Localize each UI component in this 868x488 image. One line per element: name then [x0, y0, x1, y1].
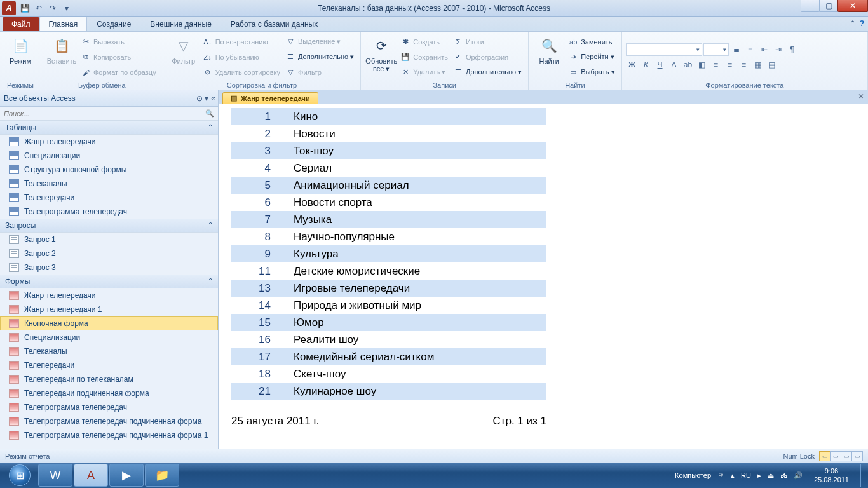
- numbering-button[interactable]: ≡: [744, 43, 757, 56]
- save-icon[interactable]: 💾: [19, 3, 31, 14]
- align-left-button[interactable]: ≡: [710, 58, 722, 71]
- nav-item[interactable]: Телепередачи: [0, 358, 218, 372]
- totals-button[interactable]: ΣИтоги: [451, 35, 524, 49]
- tray-safely-remove-icon[interactable]: ⏏: [768, 471, 774, 480]
- report-row[interactable]: 2Новости: [231, 125, 546, 142]
- align-center-button[interactable]: ≡: [724, 58, 736, 71]
- nav-collapse-icon[interactable]: «: [211, 94, 215, 103]
- nav-item[interactable]: Телепрограмма телепередач подчиненная фо…: [0, 428, 218, 442]
- report-row[interactable]: 15Юмор: [231, 314, 546, 331]
- start-button[interactable]: [3, 463, 37, 488]
- maximize-button[interactable]: ▢: [819, 0, 838, 12]
- nav-cat-tables[interactable]: Таблицы⌃: [0, 121, 218, 135]
- document-tab[interactable]: ▤ Жанр телепередачи: [222, 92, 318, 104]
- task-explorer[interactable]: 📁: [145, 464, 179, 487]
- nav-item[interactable]: Специализации: [0, 149, 218, 163]
- print-preview-button[interactable]: ▭: [830, 451, 841, 461]
- report-row[interactable]: 6Новости спорта: [231, 194, 546, 211]
- show-desktop-button[interactable]: [860, 464, 865, 487]
- report-row[interactable]: 1Кино: [231, 108, 546, 125]
- tray-lang[interactable]: RU: [741, 471, 751, 479]
- nav-item[interactable]: Специализации: [0, 330, 218, 344]
- italic-button[interactable]: К: [640, 58, 653, 71]
- font-size-select[interactable]: [703, 43, 729, 56]
- report-row[interactable]: 14Природа и животный мир: [231, 297, 546, 314]
- nav-item[interactable]: Телепрограмма телепередач: [0, 400, 218, 414]
- gridlines-button[interactable]: ▦: [752, 58, 764, 71]
- nav-item[interactable]: Телепрограмма телепередач: [0, 205, 218, 219]
- nav-item[interactable]: Запрос 3: [0, 261, 218, 274]
- design-view-button[interactable]: ▭: [851, 451, 863, 461]
- help-icon[interactable]: ?: [860, 19, 864, 28]
- underline-button[interactable]: Ч: [654, 58, 667, 71]
- selection-button[interactable]: ▽Выделение ▾: [283, 35, 356, 49]
- toggle-filter-button[interactable]: ▽Фильтр: [283, 65, 356, 79]
- format-painter-button[interactable]: 🖌Формат по образцу: [78, 65, 159, 79]
- spelling-button[interactable]: ✔Орфография: [451, 50, 524, 64]
- nav-dropdown-icon[interactable]: ⊙ ▾: [196, 94, 208, 103]
- search-input[interactable]: [4, 110, 205, 118]
- font-family-select[interactable]: [626, 43, 702, 56]
- tray-flag-icon[interactable]: 🏳: [717, 471, 724, 479]
- tray-up-icon[interactable]: ▴: [731, 471, 735, 480]
- report-row[interactable]: 7Музыка: [231, 211, 546, 228]
- sort-asc-button[interactable]: A↓По возрастанию: [200, 35, 283, 49]
- save-record-button[interactable]: 💾Сохранить: [398, 50, 451, 64]
- nav-item[interactable]: Структура кнопочной формы: [0, 163, 218, 177]
- advanced-filter-button[interactable]: ☰Дополнительно ▾: [283, 50, 356, 64]
- task-media[interactable]: ▶: [109, 464, 144, 487]
- bullets-button[interactable]: ≣: [730, 43, 743, 56]
- goto-button[interactable]: ➔Перейти ▾: [566, 50, 617, 64]
- task-access[interactable]: A: [74, 464, 108, 487]
- nav-item[interactable]: Запрос 2: [0, 247, 218, 261]
- more-records-button[interactable]: ☰Дополнительно ▾: [451, 65, 524, 79]
- indent-dec-button[interactable]: ⇤: [758, 43, 771, 56]
- document-close-icon[interactable]: ✕: [858, 92, 864, 101]
- font-color-button[interactable]: A: [668, 58, 681, 71]
- nav-item[interactable]: Жанр телепередачи: [0, 135, 218, 149]
- layout-view-button[interactable]: ▭: [841, 451, 852, 461]
- replace-button[interactable]: abЗаменить: [566, 35, 617, 49]
- nav-item[interactable]: Кнопочная форма: [0, 316, 218, 330]
- fill-color-button[interactable]: ◧: [696, 58, 709, 71]
- select-button[interactable]: ▭Выбрать ▾: [566, 65, 617, 79]
- report-view[interactable]: 1Кино2Новости3Ток-шоу4Сериал5Анимационны…: [219, 104, 868, 449]
- bold-button[interactable]: Ж: [626, 58, 639, 71]
- tray-network-icon[interactable]: 🖧: [780, 471, 787, 479]
- report-row[interactable]: 4Сериал: [231, 159, 546, 177]
- task-word[interactable]: W: [38, 464, 72, 487]
- nav-item[interactable]: Телепрограмма телепередач подчиненная фо…: [0, 414, 218, 428]
- nav-cat-queries[interactable]: Запросы⌃: [0, 219, 218, 233]
- refresh-all-button[interactable]: ⟳ Обновить все ▾: [365, 33, 398, 81]
- highlight-button[interactable]: ab: [682, 58, 695, 71]
- tray-clock[interactable]: 9:06 25.08.2011: [809, 466, 854, 484]
- tab-home[interactable]: Главная: [39, 17, 88, 31]
- align-right-button[interactable]: ≡: [738, 58, 750, 71]
- paste-button[interactable]: 📋 Вставить: [45, 33, 78, 81]
- nav-item[interactable]: Телепередачи подчиненная форма: [0, 386, 218, 400]
- nav-item[interactable]: Телеканалы: [0, 177, 218, 191]
- report-row[interactable]: 17Комедийный сериал-ситком: [231, 348, 546, 365]
- nav-scroll[interactable]: Таблицы⌃ Жанр телепередачиСпециализацииС…: [0, 121, 218, 449]
- sort-desc-button[interactable]: Z↓По убыванию: [200, 50, 283, 64]
- find-button[interactable]: 🔍 Найти: [532, 33, 566, 81]
- report-row[interactable]: 3Ток-шоу: [231, 142, 546, 159]
- filter-big-button[interactable]: ▽ Фильтр: [167, 33, 200, 81]
- nav-item[interactable]: Запрос 1: [0, 233, 218, 247]
- report-view-button[interactable]: ▭: [819, 451, 831, 461]
- redo-icon[interactable]: ↷: [47, 3, 58, 14]
- report-row[interactable]: 18Скетч-шоу: [231, 365, 546, 383]
- tray-computer[interactable]: Компьютер: [675, 471, 711, 479]
- nav-cat-forms[interactable]: Формы⌃: [0, 274, 218, 288]
- tray-volume-icon[interactable]: 🔊: [794, 471, 803, 480]
- nav-item[interactable]: Телепередачи по телеканалам: [0, 372, 218, 386]
- clear-sort-button[interactable]: ⊘Удалить сортировку: [200, 65, 283, 79]
- delete-record-button[interactable]: ✕Удалить ▾: [398, 65, 451, 79]
- nav-item[interactable]: Жанр телепередачи: [0, 288, 218, 302]
- tab-create[interactable]: Создание: [87, 17, 140, 31]
- report-row[interactable]: 16Реалити шоу: [231, 331, 546, 348]
- nav-header[interactable]: Все объекты Access ⊙ ▾ «: [0, 90, 218, 107]
- report-row[interactable]: 8Научно-популярные: [231, 228, 546, 245]
- view-button[interactable]: 📄 Режим: [4, 33, 37, 81]
- tab-database-tools[interactable]: Работа с базами данных: [221, 17, 327, 31]
